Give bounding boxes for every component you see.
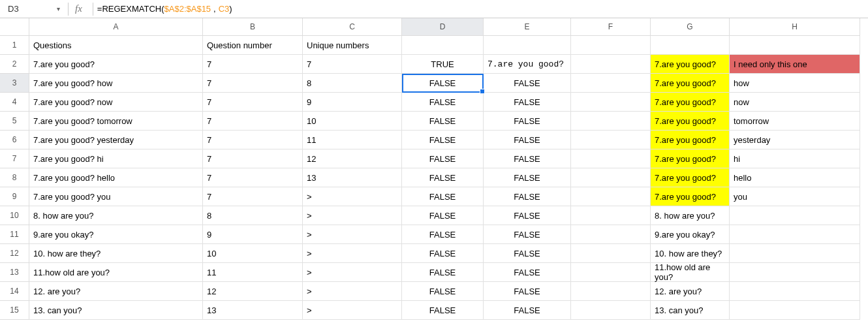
cell-E7[interactable]: FALSE	[484, 149, 571, 168]
cell-H4[interactable]: now	[730, 93, 860, 112]
cell-C12[interactable]: >	[303, 244, 402, 263]
cell-D2[interactable]: TRUE	[402, 55, 484, 74]
cell-E9[interactable]: FALSE	[484, 187, 571, 206]
row-header-2[interactable]: 2	[0, 55, 29, 74]
cell-C4[interactable]: 9	[303, 93, 402, 112]
cell-F13[interactable]	[571, 263, 651, 282]
row-header-4[interactable]: 4	[0, 93, 29, 112]
cell-A2[interactable]: 7.are you good?	[29, 55, 203, 74]
cell-H6[interactable]: yesterday	[730, 131, 860, 149]
cell-E15[interactable]: FALSE	[484, 301, 571, 320]
cell-F1[interactable]	[571, 36, 651, 55]
row-header-7[interactable]: 7	[0, 149, 29, 168]
row-header-6[interactable]: 6	[0, 131, 29, 149]
cell-H3[interactable]: how	[730, 74, 860, 93]
cell-F3[interactable]	[571, 74, 651, 93]
cell-D4[interactable]: FALSE	[402, 93, 484, 112]
row-header-5[interactable]: 5	[0, 112, 29, 131]
cell-E6[interactable]: FALSE	[484, 131, 571, 149]
cell-F4[interactable]	[571, 93, 651, 112]
cell-B6[interactable]: 7	[203, 131, 303, 149]
cell-F12[interactable]	[571, 244, 651, 263]
cell-B11[interactable]: 9	[203, 225, 303, 244]
cell-A4[interactable]: 7.are you good? now	[29, 93, 203, 112]
col-header-B[interactable]: B	[203, 18, 303, 36]
cell-E8[interactable]: FALSE	[484, 168, 571, 187]
cell-E12[interactable]: FALSE	[484, 244, 571, 263]
cell-A1[interactable]: Questions	[29, 36, 203, 55]
cell-C3[interactable]: 8	[303, 74, 402, 93]
cell-A3[interactable]: 7.are you good? how	[29, 74, 203, 93]
cell-C8[interactable]: 13	[303, 168, 402, 187]
cell-B15[interactable]: 13	[203, 301, 303, 320]
cell-G4[interactable]: 7.are you good?	[651, 93, 730, 112]
col-header-A[interactable]: A	[29, 18, 203, 36]
col-header-F[interactable]: F	[571, 18, 651, 36]
cell-G10[interactable]: 8. how are you?	[651, 206, 730, 225]
cell-B1[interactable]: Question number	[203, 36, 303, 55]
row-header-11[interactable]: 11	[0, 225, 29, 244]
cell-D15[interactable]: FALSE	[402, 301, 484, 320]
cell-E5[interactable]: FALSE	[484, 112, 571, 131]
cell-C2[interactable]: 7	[303, 55, 402, 74]
cell-A13[interactable]: 11.how old are you?	[29, 263, 203, 282]
cell-A15[interactable]: 13. can you?	[29, 301, 203, 320]
cell-E3[interactable]: FALSE	[484, 74, 571, 93]
cell-H12[interactable]	[730, 244, 860, 263]
row-header-8[interactable]: 8	[0, 168, 29, 187]
spreadsheet-grid[interactable]: ABCDEFGH1QuestionsQuestion numberUnique …	[0, 18, 868, 320]
cell-A9[interactable]: 7.are you good? you	[29, 187, 203, 206]
cell-E4[interactable]: FALSE	[484, 93, 571, 112]
cell-B14[interactable]: 12	[203, 282, 303, 301]
cell-G9[interactable]: 7.are you good?	[651, 187, 730, 206]
cell-G14[interactable]: 12. are you?	[651, 282, 730, 301]
cell-D14[interactable]: FALSE	[402, 282, 484, 301]
cell-H2[interactable]: I need only this one	[730, 55, 860, 74]
cell-A7[interactable]: 7.are you good? hi	[29, 149, 203, 168]
cell-E1[interactable]	[484, 36, 571, 55]
cell-D8[interactable]: FALSE	[402, 168, 484, 187]
cell-H7[interactable]: hi	[730, 149, 860, 168]
col-header-G[interactable]: G	[651, 18, 730, 36]
cell-G11[interactable]: 9.are you okay?	[651, 225, 730, 244]
cell-B2[interactable]: 7	[203, 55, 303, 74]
cell-F6[interactable]	[571, 131, 651, 149]
cell-F5[interactable]	[571, 112, 651, 131]
cell-D3[interactable]: FALSE	[402, 74, 484, 93]
cell-G6[interactable]: 7.are you good?	[651, 131, 730, 149]
cell-G2[interactable]: 7.are you good?	[651, 55, 730, 74]
cell-B9[interactable]: 7	[203, 187, 303, 206]
cell-E2[interactable]: 7.are you good?	[484, 55, 571, 74]
row-header-10[interactable]: 10	[0, 206, 29, 225]
cell-H10[interactable]	[730, 206, 860, 225]
cell-D6[interactable]: FALSE	[402, 131, 484, 149]
row-header-1[interactable]: 1	[0, 36, 29, 55]
cell-B4[interactable]: 7	[203, 93, 303, 112]
cell-C1[interactable]: Unique numbers	[303, 36, 402, 55]
cell-C7[interactable]: 12	[303, 149, 402, 168]
formula-input[interactable]: =REGEXMATCH($A$2:$A$15,C3)	[97, 4, 232, 14]
cell-F7[interactable]	[571, 149, 651, 168]
row-header-14[interactable]: 14	[0, 282, 29, 301]
cell-F14[interactable]	[571, 282, 651, 301]
select-all-corner[interactable]	[0, 18, 29, 36]
cell-B12[interactable]: 10	[203, 244, 303, 263]
cell-H11[interactable]	[730, 225, 860, 244]
cell-D13[interactable]: FALSE	[402, 263, 484, 282]
cell-A10[interactable]: 8. how are you?	[29, 206, 203, 225]
cell-F8[interactable]	[571, 168, 651, 187]
cell-G15[interactable]: 13. can you?	[651, 301, 730, 320]
cell-C13[interactable]: >	[303, 263, 402, 282]
cell-F9[interactable]	[571, 187, 651, 206]
cell-B7[interactable]: 7	[203, 149, 303, 168]
row-header-9[interactable]: 9	[0, 187, 29, 206]
cell-C14[interactable]: >	[303, 282, 402, 301]
cell-B3[interactable]: 7	[203, 74, 303, 93]
cell-A11[interactable]: 9.are you okay?	[29, 225, 203, 244]
cell-D7[interactable]: FALSE	[402, 149, 484, 168]
cell-F2[interactable]	[571, 55, 651, 74]
cell-C6[interactable]: 11	[303, 131, 402, 149]
row-header-15[interactable]: 15	[0, 301, 29, 320]
name-box[interactable]: D3 ▾	[4, 4, 64, 14]
cell-H1[interactable]	[730, 36, 860, 55]
